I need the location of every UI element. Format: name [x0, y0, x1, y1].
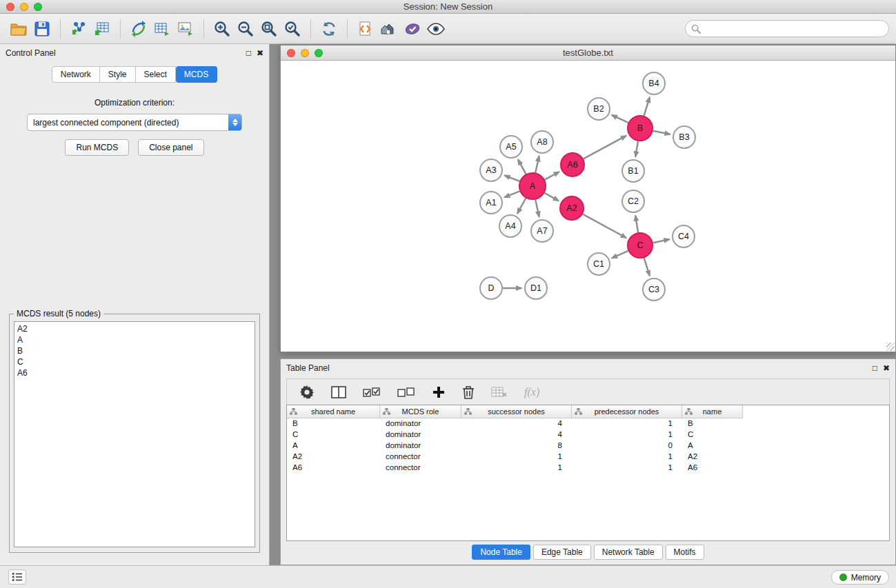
- network-canvas[interactable]: B4B2BB3A5A8A6B1A3AC2A1A2A4A7CC4C1C3DD1: [281, 61, 895, 352]
- graph-node-B2[interactable]: B2: [588, 98, 610, 120]
- float-panel-icon[interactable]: □: [246, 49, 251, 57]
- table-cell[interactable]: 1: [572, 418, 682, 429]
- table-cell[interactable]: 0: [572, 440, 682, 452]
- graph-edge-A-A4[interactable]: [517, 199, 526, 214]
- table-cell[interactable]: A2: [682, 452, 743, 463]
- close-table-panel-icon[interactable]: ✖: [883, 364, 890, 372]
- column-header-predecessor-nodes[interactable]: predecessor nodes: [572, 405, 682, 418]
- table-cell[interactable]: 1: [572, 452, 682, 463]
- graph-node-A3[interactable]: A3: [480, 159, 502, 181]
- tab-edge-table[interactable]: Edge Table: [533, 545, 591, 560]
- graph-edge-C-C2[interactable]: [635, 216, 638, 232]
- graph-edge-A-A3[interactable]: [505, 176, 520, 181]
- mcds-result-item[interactable]: B: [14, 345, 255, 356]
- graph-edge-C-C1[interactable]: [612, 251, 628, 258]
- graph-edge-A-A7[interactable]: [535, 200, 539, 217]
- mcds-result-item[interactable]: A6: [14, 367, 255, 378]
- graph-edge-B-B2[interactable]: [612, 115, 628, 123]
- network-window-titlebar[interactable]: testGlobe.txt: [281, 45, 895, 61]
- table-cell[interactable]: dominator: [380, 429, 461, 440]
- task-history-icon[interactable]: [8, 569, 26, 585]
- table-cell[interactable]: 8: [461, 440, 572, 452]
- table-cell[interactable]: A2: [287, 452, 380, 463]
- graph-node-B4[interactable]: B4: [643, 72, 665, 94]
- graph-node-C[interactable]: C: [628, 233, 653, 258]
- graph-node-A7[interactable]: A7: [531, 220, 553, 242]
- graph-node-A6[interactable]: A6: [561, 153, 584, 176]
- table-cell[interactable]: 1: [461, 452, 572, 463]
- analyzer-icon[interactable]: [401, 18, 424, 40]
- graph-edge-B-B3[interactable]: [653, 131, 670, 134]
- graph-edge-A-A5[interactable]: [518, 159, 526, 174]
- graph-node-B1[interactable]: B1: [622, 160, 644, 182]
- column-layout-icon[interactable]: [331, 385, 346, 399]
- run-mcds-button[interactable]: Run MCDS: [65, 139, 129, 156]
- mcds-result-item[interactable]: A: [14, 334, 255, 345]
- network-graph[interactable]: B4B2BB3A5A8A6B1A3AC2A1A2A4A7CC4C1C3DD1: [281, 61, 895, 352]
- graph-node-C2[interactable]: C2: [622, 190, 644, 212]
- table-cell[interactable]: 1: [572, 463, 682, 474]
- tab-select[interactable]: Select: [136, 66, 176, 83]
- graph-node-A2[interactable]: A2: [560, 196, 584, 220]
- table-cell[interactable]: connector: [380, 452, 461, 463]
- table-cell[interactable]: 4: [461, 429, 572, 440]
- eye-icon[interactable]: [424, 18, 448, 40]
- tab-style[interactable]: Style: [100, 66, 136, 83]
- close-panel-icon[interactable]: ✖: [257, 49, 263, 57]
- open-session-icon[interactable]: [7, 18, 30, 40]
- graph-node-A5[interactable]: A5: [500, 136, 522, 158]
- graph-node-D1[interactable]: D1: [525, 277, 547, 299]
- graph-edge-C-C4[interactable]: [653, 239, 670, 243]
- command-panel-icon[interactable]: [354, 18, 377, 40]
- graph-node-C3[interactable]: C3: [643, 278, 665, 301]
- table-settings-gear-icon[interactable]: [299, 385, 315, 400]
- home-icon[interactable]: [377, 18, 401, 40]
- graph-node-B[interactable]: B: [628, 116, 653, 141]
- table-cell[interactable]: 4: [461, 418, 572, 429]
- table-cell[interactable]: B: [287, 418, 380, 429]
- mcds-result-item[interactable]: A2: [14, 323, 255, 334]
- add-column-icon[interactable]: [432, 385, 446, 399]
- resize-grip[interactable]: [886, 343, 895, 351]
- tab-node-table[interactable]: Node Table: [472, 545, 530, 560]
- import-network-from-file-icon[interactable]: [67, 18, 90, 40]
- delete-table-icon[interactable]: [491, 386, 508, 398]
- zoom-selected-icon[interactable]: [281, 18, 304, 40]
- graph-node-A8[interactable]: A8: [531, 131, 553, 153]
- column-header-mcds-role[interactable]: MCDS role: [380, 405, 461, 418]
- graph-node-A[interactable]: A: [519, 173, 546, 199]
- table-row[interactable]: A6connector11A6: [287, 463, 889, 474]
- refresh-layout-icon[interactable]: [317, 18, 341, 40]
- table-cell[interactable]: connector: [380, 463, 461, 474]
- mcds-result-item[interactable]: C: [14, 356, 255, 367]
- new-table-icon[interactable]: [150, 18, 174, 40]
- zoom-in-icon[interactable]: [210, 18, 234, 40]
- graph-edge-A-A8[interactable]: [535, 156, 539, 173]
- graph-edge-A-A1[interactable]: [504, 191, 519, 197]
- graph-edge-A2-C[interactable]: [583, 214, 626, 238]
- select-all-icon[interactable]: [363, 386, 381, 398]
- table-cell[interactable]: B: [682, 418, 743, 429]
- graph-node-D[interactable]: D: [480, 277, 502, 299]
- import-table-from-file-icon[interactable]: [90, 18, 114, 40]
- close-panel-button[interactable]: Close panel: [138, 139, 203, 156]
- tab-network[interactable]: Network: [52, 66, 100, 83]
- graph-edge-A-A2[interactable]: [544, 193, 558, 201]
- node-table[interactable]: shared nameMCDS rolesuccessor nodesprede…: [286, 405, 890, 541]
- table-cell[interactable]: C: [682, 429, 743, 440]
- graph-node-B3[interactable]: B3: [673, 126, 695, 148]
- optimization-criterion-dropdown[interactable]: largest connected component (directed): [27, 114, 242, 131]
- memory-button[interactable]: Memory: [831, 570, 889, 585]
- graph-node-C4[interactable]: C4: [673, 225, 695, 247]
- table-cell[interactable]: 1: [461, 463, 572, 474]
- deselect-all-icon[interactable]: [397, 386, 415, 398]
- table-cell[interactable]: A: [287, 440, 380, 452]
- search-input[interactable]: [704, 24, 888, 34]
- table-cell[interactable]: 1: [572, 429, 682, 440]
- table-row[interactable]: Bdominator41B: [287, 418, 889, 429]
- graph-node-A1[interactable]: A1: [480, 192, 502, 214]
- graph-edge-B-B1[interactable]: [635, 141, 638, 157]
- delete-column-icon[interactable]: [462, 385, 475, 399]
- table-cell[interactable]: A6: [287, 463, 380, 474]
- graph-node-A4[interactable]: A4: [499, 215, 521, 237]
